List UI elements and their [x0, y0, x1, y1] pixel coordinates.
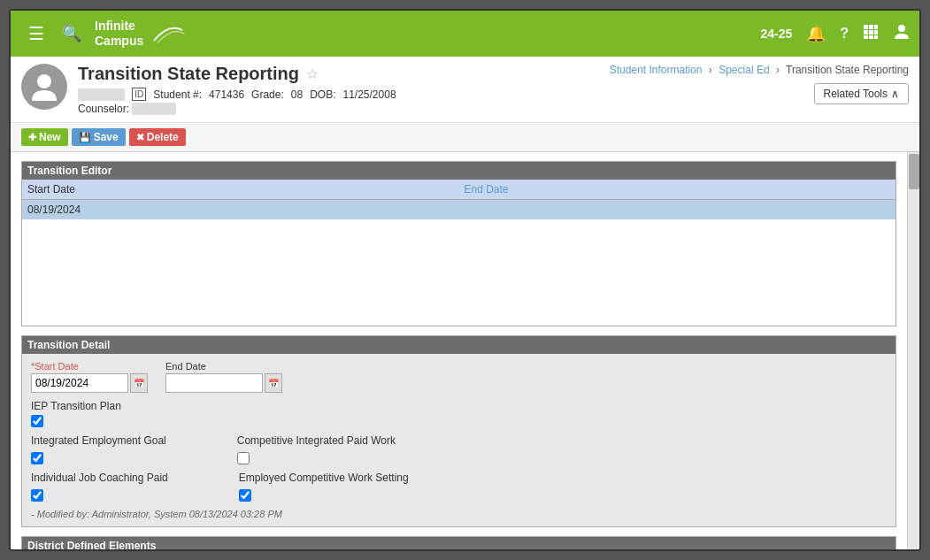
- individual-coaching-label: Individual Job Coaching Paid: [31, 472, 168, 484]
- individual-coaching-checkbox[interactable]: [31, 489, 43, 502]
- delete-label: Delete: [147, 131, 179, 143]
- svg-point-10: [37, 74, 51, 88]
- svg-rect-8: [874, 35, 878, 39]
- related-tools-button[interactable]: Related Tools ∧: [814, 83, 910, 104]
- col-start-date: Start Date: [22, 180, 459, 200]
- grade-label: Grade:: [251, 88, 284, 101]
- logo-swoosh: [150, 20, 186, 47]
- student-name-redacted: [78, 88, 125, 101]
- content-area: Transition Editor Start Date End Date 08…: [11, 152, 907, 549]
- svg-rect-7: [869, 35, 873, 39]
- row-end-date: [459, 200, 896, 220]
- transition-detail-header: Transition Detail: [22, 336, 895, 354]
- svg-rect-1: [869, 25, 873, 29]
- start-date-label: *Start Date: [31, 361, 148, 372]
- transition-detail-panel: Transition Detail *Start Date 📅 End D: [21, 335, 896, 527]
- integrated-employment-item: Integrated Employment Goal: [31, 434, 166, 464]
- coaching-pair-row: Individual Job Coaching Paid Employed Co…: [31, 472, 887, 502]
- user-icon[interactable]: [893, 23, 911, 45]
- nav-right-actions: 24-25 🔔 ?: [760, 23, 911, 45]
- student-number: 471436: [209, 88, 244, 101]
- svg-rect-0: [864, 25, 868, 29]
- svg-rect-4: [869, 30, 873, 35]
- scrollbar[interactable]: [907, 152, 919, 549]
- start-date-input[interactable]: [31, 373, 128, 393]
- student-number-label: Student #:: [153, 88, 202, 101]
- breadcrumb-sep1: ›: [709, 64, 712, 76]
- menu-icon[interactable]: ☰: [19, 23, 53, 44]
- breadcrumb-current: Transition State Reporting: [786, 64, 909, 76]
- delete-button[interactable]: ✖ Delete: [129, 128, 186, 146]
- svg-rect-3: [864, 30, 868, 35]
- related-tools-label: Related Tools: [824, 88, 888, 100]
- grid-icon[interactable]: [863, 24, 879, 44]
- district-defined-panel: District Defined Elements: [21, 536, 896, 549]
- table-header-row: Start Date End Date: [22, 180, 895, 200]
- employed-competitive-label: Employed Competitive Work Setting: [239, 472, 409, 484]
- employed-competitive-item: Employed Competitive Work Setting: [239, 472, 409, 502]
- col-end-date: End Date: [459, 180, 896, 200]
- end-date-calendar-button[interactable]: 📅: [265, 373, 282, 393]
- individual-coaching-item: Individual Job Coaching Paid: [31, 472, 168, 502]
- logo-text-line1: Infinite: [95, 19, 143, 34]
- breadcrumb-student-information[interactable]: Student Information: [610, 64, 703, 76]
- top-nav-bar: ☰ 🔍 Infinite Campus 24-25 🔔 ?: [11, 11, 919, 57]
- logo-text-line2: Campus: [95, 34, 143, 49]
- save-button[interactable]: 💾 Save: [72, 128, 126, 146]
- iep-transition-label: IEP Transition Plan: [31, 400, 887, 412]
- dates-form-row: *Start Date 📅 End Date 📅: [31, 361, 887, 393]
- transition-detail-body: *Start Date 📅 End Date 📅: [22, 354, 895, 526]
- counselor-label: Counselor:: [78, 103, 129, 115]
- counselor-name-redacted: [132, 103, 176, 115]
- district-defined-header: District Defined Elements: [22, 537, 895, 549]
- start-date-input-wrap: 📅: [31, 373, 148, 393]
- employment-pair-row: Integrated Employment Goal Competitive I…: [31, 434, 887, 464]
- related-tools-chevron: ∧: [891, 88, 899, 100]
- end-date-label: End Date: [165, 361, 282, 372]
- svg-rect-6: [864, 35, 868, 39]
- competitive-paid-label: Competitive Integrated Paid Work: [237, 434, 396, 447]
- row-start-date: 08/19/2024: [22, 200, 459, 220]
- search-icon[interactable]: 🔍: [53, 24, 90, 43]
- student-header: Transition State Reporting ☆ ID Student …: [11, 57, 919, 123]
- transition-editor-table-container: Start Date End Date 08/19/2024: [22, 180, 895, 326]
- integrated-employment-label: Integrated Employment Goal: [31, 434, 166, 447]
- iep-transition-checkbox[interactable]: [31, 415, 43, 427]
- svg-point-9: [898, 25, 905, 32]
- svg-rect-5: [874, 30, 878, 35]
- start-date-calendar-button[interactable]: 📅: [130, 373, 148, 393]
- main-content: Transition Editor Start Date End Date 08…: [11, 152, 919, 549]
- new-button[interactable]: ✚ New: [21, 128, 68, 146]
- bell-icon[interactable]: 🔔: [806, 24, 826, 43]
- app-logo: Infinite Campus: [95, 19, 760, 49]
- employed-competitive-checkbox[interactable]: [239, 489, 251, 502]
- svg-rect-2: [874, 25, 878, 29]
- breadcrumb-area: Student Information › Special Ed › Trans…: [610, 64, 909, 104]
- grade-value: 08: [291, 88, 303, 101]
- avatar: [21, 64, 67, 110]
- breadcrumb-special-ed[interactable]: Special Ed: [719, 64, 769, 76]
- help-icon[interactable]: ?: [840, 26, 849, 42]
- save-label: Save: [94, 131, 119, 143]
- new-icon: ✚: [28, 132, 36, 143]
- new-label: New: [39, 131, 61, 143]
- competitive-paid-checkbox[interactable]: [237, 452, 250, 464]
- transition-editor-table: Start Date End Date 08/19/2024: [22, 180, 895, 219]
- transition-editor-panel: Transition Editor Start Date End Date 08…: [21, 161, 896, 326]
- student-info: Transition State Reporting ☆ ID Student …: [78, 64, 610, 115]
- transition-editor-header: Transition Editor: [22, 162, 895, 180]
- save-icon: 💾: [79, 132, 91, 143]
- table-row[interactable]: 08/19/2024: [22, 200, 895, 220]
- integrated-employment-checkbox[interactable]: [31, 452, 43, 464]
- toolbar: ✚ New 💾 Save ✖ Delete: [11, 123, 919, 152]
- end-date-input[interactable]: [165, 373, 263, 393]
- breadcrumb: Student Information › Special Ed › Trans…: [610, 64, 909, 76]
- iep-transition-row: IEP Transition Plan: [31, 400, 887, 427]
- id-card-icon: ID: [132, 88, 146, 101]
- end-date-group: End Date 📅: [165, 361, 282, 393]
- end-date-input-wrap: 📅: [165, 373, 282, 393]
- favorite-star-icon[interactable]: ☆: [306, 65, 319, 82]
- school-year: 24-25: [760, 27, 792, 41]
- scrollbar-thumb[interactable]: [909, 154, 919, 189]
- table-empty-area: [22, 219, 895, 326]
